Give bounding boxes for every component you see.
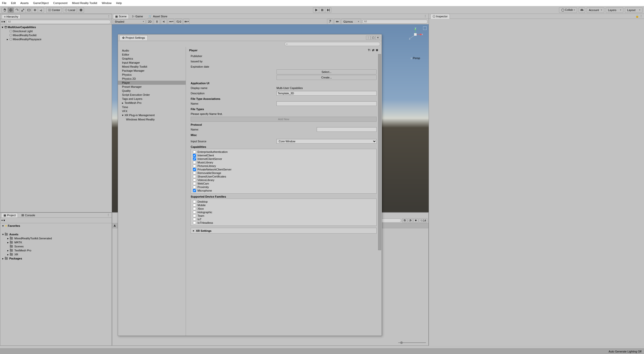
capability-row[interactable]: InternetClientServer [191, 157, 376, 161]
label-icon[interactable]: ◔ [408, 218, 413, 223]
window-menu-icon[interactable]: ⋮ [366, 36, 371, 40]
help-icon[interactable]: ?⃝ [368, 49, 371, 52]
inspector-tab[interactable]: ⓘ Inspector [430, 14, 450, 19]
rotate-tool[interactable] [14, 7, 20, 13]
gizmos-dropdown[interactable]: Gizmos [341, 19, 361, 24]
hidden-toggle[interactable]: 14 [419, 218, 427, 223]
capability-checkbox[interactable] [193, 182, 196, 185]
sidebar-item-tags[interactable]: Tags and Layers [118, 97, 186, 101]
capability-checkbox[interactable] [193, 168, 196, 171]
hierarchy-tree[interactable]: ▾MultiUserCapabilities Directional Light… [0, 25, 112, 212]
transform-tool[interactable] [32, 7, 38, 13]
capability-checkbox[interactable] [193, 150, 196, 153]
collab-dropdown[interactable]: ◯ Collab [559, 7, 577, 13]
sidebar-item-time[interactable]: Time [118, 105, 186, 109]
filter-icon[interactable]: ⧉ [402, 218, 407, 223]
sidebar-item-physics2d[interactable]: Physics 2D [118, 77, 186, 81]
hierarchy-tab[interactable]: ≡ Hierarchy [2, 14, 21, 19]
sidebar-item-tmp[interactable]: ▸TextMesh Pro [118, 101, 186, 105]
capability-checkbox[interactable] [193, 200, 196, 203]
pivot-center[interactable]: Center [46, 7, 62, 13]
project-tree[interactable]: ▾★ Favorites ▾Assets ▸MixedRealityToolki… [0, 223, 112, 261]
scene-search[interactable] [362, 20, 428, 24]
settings-titlebar[interactable]: ✿ Project Settings ⋮ ▢ ✕ [118, 34, 382, 41]
thumbnail-size-slider[interactable] [398, 341, 426, 344]
camera-toggle[interactable]: ▾ [183, 19, 189, 24]
asset-folder[interactable]: XR [14, 253, 18, 256]
settings-content[interactable]: Player ?⃝ ⇄ ✿ Publisher Issued by Expira… [186, 47, 382, 336]
capability-row[interactable]: Team [191, 214, 376, 217]
axis-gizmo[interactable]: y x z ≤ Persp [407, 27, 424, 48]
2d-toggle[interactable]: 2D [147, 19, 153, 24]
capability-row[interactable]: IoT [191, 217, 376, 221]
layers-dropdown[interactable]: Layers [606, 7, 623, 13]
capability-row[interactable]: PrivateNetworkClientServer [191, 168, 376, 171]
account-dropdown[interactable]: Account [587, 7, 604, 13]
fx-toggle[interactable]: ▾ [168, 19, 174, 24]
panel-menu-icon[interactable]: ⋮ [424, 15, 428, 18]
xr-settings-header[interactable]: ▸XR Settings [191, 228, 377, 234]
packages-folder[interactable]: Packages [9, 257, 22, 260]
window-close-icon[interactable]: ✕ [376, 36, 380, 40]
capability-row[interactable]: WebCam [191, 182, 376, 185]
presets-icon[interactable]: ⇄ [372, 49, 374, 52]
sidebar-item-preset[interactable]: Preset Manager [118, 85, 186, 89]
sidebar-item-audio[interactable]: Audio [118, 49, 186, 53]
scene-root[interactable]: MultiUserCapabilities [8, 26, 36, 29]
capability-row[interactable]: RemovableStorage [191, 171, 376, 175]
menu-file[interactable]: File [2, 2, 7, 5]
sidebar-item-physics[interactable]: Physics [118, 73, 186, 77]
capability-row[interactable]: PicturesLibrary [191, 164, 376, 168]
console-tab[interactable]: ▤ Console [19, 213, 37, 217]
lighting-toggle[interactable] [154, 19, 160, 24]
window-maximize-icon[interactable]: ▢ [371, 36, 375, 40]
scrollbar-thumb[interactable] [378, 54, 381, 250]
capability-checkbox[interactable] [193, 207, 196, 210]
capability-row[interactable]: Proximity [191, 185, 376, 189]
capability-checkbox[interactable] [193, 186, 196, 189]
asset-folder[interactable]: MixedRealityToolkit.Generated [14, 237, 52, 240]
lock-icon[interactable]: 🔒 ⋮ [635, 15, 642, 18]
layout-dropdown[interactable]: Layout [625, 7, 642, 13]
capability-checkbox[interactable] [193, 171, 196, 174]
hierarchy-search[interactable] [6, 20, 111, 24]
hidden-objects[interactable]: 0 [175, 19, 182, 24]
sidebar-item-graphics[interactable]: Graphics [118, 57, 186, 61]
asset-folder[interactable]: TextMesh Pro [14, 249, 31, 252]
sidebar-item-xr[interactable]: ▾XR Plug-in Management [118, 113, 186, 117]
settings-sidebar[interactable]: Audio Editor Graphics Input Manager Mixe… [118, 47, 186, 336]
capability-row[interactable]: Holographic [191, 210, 376, 214]
create-dropdown[interactable]: + ▾ [1, 20, 5, 23]
capability-checkbox[interactable] [193, 161, 196, 164]
tools-icon[interactable] [327, 19, 333, 24]
capability-checkbox[interactable] [193, 189, 196, 192]
sidebar-item-package[interactable]: Package Manager [118, 69, 186, 73]
play-button[interactable] [313, 7, 319, 13]
scene-tab[interactable]: ▦ Scene [113, 14, 129, 19]
capability-checkbox[interactable] [193, 179, 196, 182]
create-dropdown[interactable]: + ▾ [1, 219, 5, 222]
settings-search[interactable] [285, 42, 380, 46]
create-cert-button[interactable]: Create... [276, 75, 377, 80]
capability-checkbox[interactable] [193, 154, 196, 157]
sidebar-item-script-order[interactable]: Script Execution Order [118, 93, 186, 97]
sidebar-item-vfx[interactable]: VFX [118, 109, 186, 113]
capability-checkbox[interactable] [193, 218, 196, 221]
sidebar-item-wmr[interactable]: Windows Mixed Reality [118, 117, 186, 121]
capability-checkbox[interactable] [193, 204, 196, 207]
sidebar-item-editor[interactable]: Editor [118, 53, 186, 57]
capability-row[interactable]: VideosLibrary [191, 178, 376, 182]
hand-tool[interactable] [2, 7, 8, 13]
camera-icon[interactable] [334, 19, 340, 24]
audio-toggle[interactable] [161, 19, 167, 24]
assets-folder[interactable]: Assets [9, 233, 18, 236]
cloud-button[interactable] [579, 7, 585, 13]
capability-row[interactable]: SharedUserCertificates [191, 175, 376, 178]
scale-tool[interactable] [20, 7, 26, 13]
menu-assets[interactable]: Assets [20, 2, 29, 5]
capability-checkbox[interactable] [193, 157, 196, 160]
sidebar-item-input[interactable]: Input Manager [118, 61, 186, 65]
capability-checkbox[interactable] [193, 221, 196, 224]
rect-tool[interactable] [26, 7, 32, 13]
gear-icon[interactable]: ✿ [376, 49, 378, 52]
